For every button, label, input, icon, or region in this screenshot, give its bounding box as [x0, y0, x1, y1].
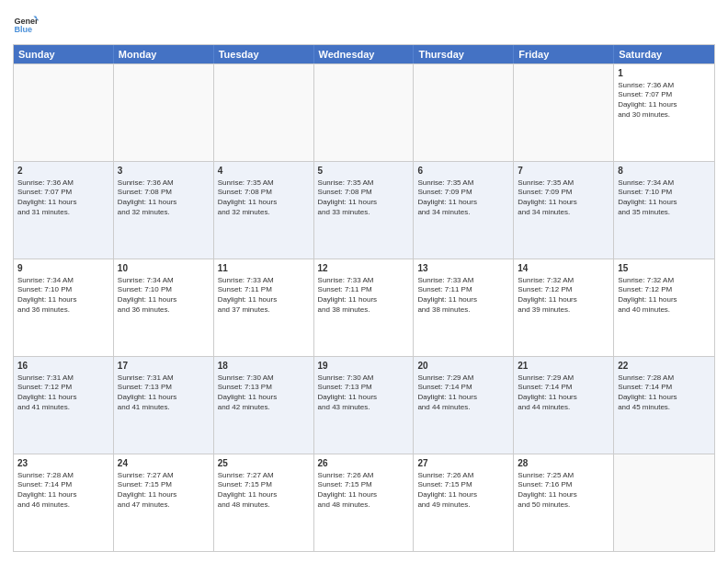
day-info: Sunrise: 7:33 AM Sunset: 7:11 PM Dayligh…: [218, 276, 310, 316]
day-info: Sunrise: 7:27 AM Sunset: 7:15 PM Dayligh…: [118, 471, 210, 511]
calendar-day-7: 7Sunrise: 7:35 AM Sunset: 7:09 PM Daylig…: [514, 162, 614, 259]
calendar-day-4: 4Sunrise: 7:35 AM Sunset: 7:08 PM Daylig…: [214, 162, 314, 259]
calendar-day-26: 26Sunrise: 7:26 AM Sunset: 7:15 PM Dayli…: [314, 454, 415, 551]
logo-icon: General Blue: [13, 11, 39, 37]
day-info: Sunrise: 7:29 AM Sunset: 7:14 PM Dayligh…: [417, 373, 509, 413]
day-number: 23: [17, 457, 109, 470]
day-info: Sunrise: 7:26 AM Sunset: 7:15 PM Dayligh…: [417, 471, 509, 511]
day-info: Sunrise: 7:25 AM Sunset: 7:16 PM Dayligh…: [518, 471, 609, 511]
day-number: 11: [218, 262, 310, 275]
day-info: Sunrise: 7:36 AM Sunset: 7:07 PM Dayligh…: [618, 81, 711, 121]
calendar-week-1: 2Sunrise: 7:36 AM Sunset: 7:07 PM Daylig…: [14, 161, 714, 259]
day-info: Sunrise: 7:31 AM Sunset: 7:12 PM Dayligh…: [17, 373, 109, 413]
calendar-day-24: 24Sunrise: 7:27 AM Sunset: 7:15 PM Dayli…: [114, 454, 214, 551]
day-info: Sunrise: 7:33 AM Sunset: 7:11 PM Dayligh…: [417, 276, 509, 316]
day-number: 13: [417, 262, 509, 275]
day-number: 14: [518, 262, 609, 275]
calendar-day-12: 12Sunrise: 7:33 AM Sunset: 7:11 PM Dayli…: [314, 259, 415, 356]
day-number: 27: [417, 457, 509, 470]
calendar-day-empty: [514, 64, 614, 161]
calendar-day-28: 28Sunrise: 7:25 AM Sunset: 7:16 PM Dayli…: [514, 454, 614, 551]
calendar-week-0: 1Sunrise: 7:36 AM Sunset: 7:07 PM Daylig…: [14, 63, 714, 161]
calendar-day-empty: [414, 64, 514, 161]
calendar-day-13: 13Sunrise: 7:33 AM Sunset: 7:11 PM Dayli…: [414, 259, 514, 356]
day-info: Sunrise: 7:35 AM Sunset: 7:09 PM Dayligh…: [417, 178, 509, 218]
calendar-day-11: 11Sunrise: 7:33 AM Sunset: 7:11 PM Dayli…: [214, 259, 314, 356]
calendar-day-18: 18Sunrise: 7:30 AM Sunset: 7:13 PM Dayli…: [214, 357, 314, 454]
day-number: 5: [318, 165, 410, 178]
page: General Blue SundayMondayTuesdayWednesda…: [0, 0, 728, 563]
day-info: Sunrise: 7:29 AM Sunset: 7:14 PM Dayligh…: [518, 373, 609, 413]
day-number: 26: [318, 457, 410, 470]
header-day-wednesday: Wednesday: [314, 45, 415, 63]
day-number: 20: [417, 360, 509, 373]
calendar-day-23: 23Sunrise: 7:28 AM Sunset: 7:14 PM Dayli…: [14, 454, 114, 551]
calendar-day-1: 1Sunrise: 7:36 AM Sunset: 7:07 PM Daylig…: [614, 64, 714, 161]
calendar-day-15: 15Sunrise: 7:32 AM Sunset: 7:12 PM Dayli…: [614, 259, 714, 356]
day-info: Sunrise: 7:32 AM Sunset: 7:12 PM Dayligh…: [518, 276, 609, 316]
day-info: Sunrise: 7:32 AM Sunset: 7:12 PM Dayligh…: [618, 276, 711, 316]
calendar-day-2: 2Sunrise: 7:36 AM Sunset: 7:07 PM Daylig…: [14, 162, 114, 259]
day-info: Sunrise: 7:36 AM Sunset: 7:08 PM Dayligh…: [118, 178, 210, 218]
day-info: Sunrise: 7:35 AM Sunset: 7:08 PM Dayligh…: [218, 178, 310, 218]
calendar-day-21: 21Sunrise: 7:29 AM Sunset: 7:14 PM Dayli…: [514, 357, 614, 454]
day-number: 28: [518, 457, 609, 470]
day-info: Sunrise: 7:34 AM Sunset: 7:10 PM Dayligh…: [618, 178, 711, 218]
day-info: Sunrise: 7:35 AM Sunset: 7:08 PM Dayligh…: [318, 178, 410, 218]
day-number: 15: [618, 262, 711, 275]
calendar-week-2: 9Sunrise: 7:34 AM Sunset: 7:10 PM Daylig…: [14, 259, 714, 356]
calendar-day-20: 20Sunrise: 7:29 AM Sunset: 7:14 PM Dayli…: [414, 357, 514, 454]
day-info: Sunrise: 7:26 AM Sunset: 7:15 PM Dayligh…: [318, 471, 410, 511]
day-number: 19: [318, 360, 410, 373]
calendar-day-19: 19Sunrise: 7:30 AM Sunset: 7:13 PM Dayli…: [314, 357, 415, 454]
calendar-day-5: 5Sunrise: 7:35 AM Sunset: 7:08 PM Daylig…: [314, 162, 415, 259]
day-number: 8: [618, 165, 711, 178]
header-day-saturday: Saturday: [614, 45, 714, 63]
day-number: 4: [218, 165, 310, 178]
header-day-thursday: Thursday: [414, 45, 514, 63]
calendar-day-empty: [614, 454, 714, 551]
day-info: Sunrise: 7:28 AM Sunset: 7:14 PM Dayligh…: [618, 373, 711, 413]
day-number: 7: [518, 165, 609, 178]
day-number: 16: [17, 360, 109, 373]
header: General Blue: [13, 11, 715, 37]
day-info: Sunrise: 7:36 AM Sunset: 7:07 PM Dayligh…: [17, 178, 109, 218]
calendar: SundayMondayTuesdayWednesdayThursdayFrid…: [13, 44, 715, 552]
day-number: 6: [417, 165, 509, 178]
header-day-friday: Friday: [514, 45, 614, 63]
calendar-day-9: 9Sunrise: 7:34 AM Sunset: 7:10 PM Daylig…: [14, 259, 114, 356]
day-info: Sunrise: 7:28 AM Sunset: 7:14 PM Dayligh…: [17, 471, 109, 511]
header-day-monday: Monday: [114, 45, 214, 63]
day-number: 22: [618, 360, 711, 373]
calendar-day-22: 22Sunrise: 7:28 AM Sunset: 7:14 PM Dayli…: [614, 357, 714, 454]
calendar-body: 1Sunrise: 7:36 AM Sunset: 7:07 PM Daylig…: [14, 63, 714, 551]
day-number: 21: [518, 360, 609, 373]
day-number: 18: [218, 360, 310, 373]
header-day-sunday: Sunday: [14, 45, 114, 63]
day-info: Sunrise: 7:34 AM Sunset: 7:10 PM Dayligh…: [17, 276, 109, 316]
calendar-week-4: 23Sunrise: 7:28 AM Sunset: 7:14 PM Dayli…: [14, 454, 714, 551]
calendar-day-14: 14Sunrise: 7:32 AM Sunset: 7:12 PM Dayli…: [514, 259, 614, 356]
day-info: Sunrise: 7:30 AM Sunset: 7:13 PM Dayligh…: [318, 373, 410, 413]
calendar-day-16: 16Sunrise: 7:31 AM Sunset: 7:12 PM Dayli…: [14, 357, 114, 454]
calendar-day-empty: [214, 64, 314, 161]
day-number: 2: [17, 165, 109, 178]
day-info: Sunrise: 7:33 AM Sunset: 7:11 PM Dayligh…: [318, 276, 410, 316]
logo: General Blue: [13, 11, 42, 37]
day-number: 9: [17, 262, 109, 275]
day-number: 25: [218, 457, 310, 470]
day-number: 12: [318, 262, 410, 275]
day-info: Sunrise: 7:27 AM Sunset: 7:15 PM Dayligh…: [218, 471, 310, 511]
calendar-day-6: 6Sunrise: 7:35 AM Sunset: 7:09 PM Daylig…: [414, 162, 514, 259]
svg-text:Blue: Blue: [14, 25, 32, 34]
calendar-day-empty: [314, 64, 415, 161]
day-info: Sunrise: 7:30 AM Sunset: 7:13 PM Dayligh…: [218, 373, 310, 413]
day-number: 10: [118, 262, 210, 275]
calendar-day-25: 25Sunrise: 7:27 AM Sunset: 7:15 PM Dayli…: [214, 454, 314, 551]
calendar-header: SundayMondayTuesdayWednesdayThursdayFrid…: [14, 45, 714, 63]
calendar-day-empty: [14, 64, 114, 161]
header-day-tuesday: Tuesday: [214, 45, 314, 63]
day-number: 1: [618, 67, 711, 80]
day-info: Sunrise: 7:31 AM Sunset: 7:13 PM Dayligh…: [118, 373, 210, 413]
calendar-day-27: 27Sunrise: 7:26 AM Sunset: 7:15 PM Dayli…: [414, 454, 514, 551]
